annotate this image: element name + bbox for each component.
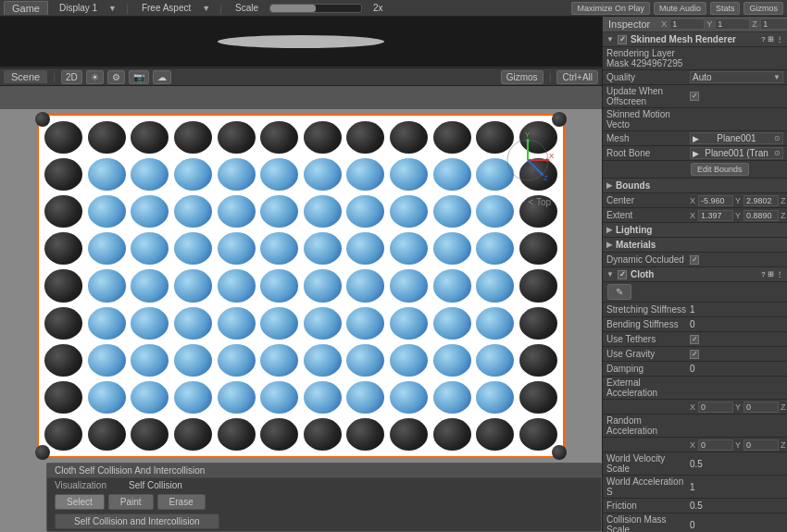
quality-select[interactable]: Auto ▼ [690, 71, 783, 83]
sphere-99 [174, 418, 212, 451]
use-tethers-check[interactable] [690, 335, 699, 344]
sphere-34 [476, 195, 514, 228]
sphere-107 [519, 418, 557, 451]
sphere-21 [433, 158, 471, 191]
cx-label: X [690, 196, 697, 205]
sphere-42 [304, 232, 342, 265]
extent-x[interactable] [698, 210, 733, 221]
rand-y[interactable] [743, 439, 779, 451]
cloth-icon1[interactable]: ? [761, 270, 766, 278]
stats-btn[interactable]: Stats [710, 2, 741, 15]
sphere-45 [433, 232, 471, 265]
sphere-75 [174, 344, 212, 377]
sphere-84 [44, 381, 82, 414]
skinned-icons: ? ⊞ ⋮ [761, 35, 783, 43]
mesh-row: Mesh ▶ Plane001 ⊙ [603, 131, 787, 146]
sphere-97 [88, 418, 126, 451]
sphere-104 [390, 418, 428, 451]
sphere-9 [433, 121, 471, 154]
scene-tool-light[interactable]: ☀ [86, 70, 104, 84]
scale-sep: | [219, 3, 222, 14]
root-bone-select[interactable]: ▶ Plane001 (Tran ⊙ [690, 147, 783, 159]
corner-handle-bl [35, 445, 50, 460]
ext-x[interactable] [698, 402, 733, 413]
ext-xyz: X Y Z [690, 402, 787, 413]
update-offscreen-check[interactable] [690, 92, 699, 101]
scene-content[interactable]: for(let i=0;i<108;i++){ const isDark = (… [0, 86, 602, 532]
transform-y[interactable] [715, 19, 750, 30]
lighting-header[interactable]: ▶ Lighting [603, 223, 787, 238]
scene-all-btn[interactable]: Ctrl+All [556, 70, 598, 84]
game-tab[interactable]: Game [4, 1, 48, 15]
rand-x[interactable] [698, 439, 733, 451]
root-bone-label: Root Bone [606, 148, 690, 158]
x-label: X [661, 19, 668, 29]
sphere-88 [218, 381, 256, 414]
bounds-header[interactable]: ▶ Bounds [603, 179, 787, 193]
center-y[interactable] [743, 195, 779, 206]
maximize-btn[interactable]: Maximize On Play [571, 2, 650, 15]
cloth-checkbox[interactable] [618, 270, 627, 279]
extent-label: Extent [606, 210, 690, 220]
gizmos-btn[interactable]: Gizmos [743, 2, 783, 15]
skinned-icon2[interactable]: ⊞ [768, 35, 774, 43]
skinned-icon3[interactable]: ⋮ [776, 35, 783, 43]
quality-arrow: ▼ [773, 73, 781, 81]
extent-y[interactable] [743, 210, 779, 221]
scene-gizmos-btn[interactable]: Gizmos [501, 70, 543, 84]
sphere-105 [433, 418, 471, 451]
scene-tab[interactable]: Scene [4, 70, 47, 83]
self-collision-btn[interactable]: Self Collision and Intercollision [55, 513, 219, 529]
scene-tool-sky[interactable]: ☁ [153, 70, 171, 84]
ey-label: Y [735, 211, 743, 220]
cloth-icon3[interactable]: ⋮ [776, 270, 783, 278]
paint-btn[interactable]: Paint [108, 494, 154, 510]
scene-tool-2d[interactable]: 2D [61, 70, 82, 84]
materials-label: Materials [616, 240, 656, 250]
materials-header[interactable]: ▶ Materials [603, 238, 787, 253]
skinned-icon1[interactable]: ? [761, 35, 766, 43]
cloth-icon2[interactable]: ⊞ [768, 270, 774, 278]
rand-y-label: Y [735, 440, 743, 450]
erase-btn[interactable]: Erase [157, 494, 206, 510]
select-btn[interactable]: Select [55, 494, 105, 510]
sphere-91 [346, 381, 384, 414]
aspect-label[interactable]: Free Aspect [138, 3, 194, 13]
stretching-value: 1 [690, 304, 783, 315]
sphere-83 [519, 344, 557, 377]
scene-tool-fx[interactable]: ⚙ [107, 70, 125, 84]
ext-y[interactable] [743, 402, 779, 413]
rand-accel-label: Random Acceleration [606, 415, 690, 436]
sphere-92 [390, 381, 428, 414]
scene-top-bg [0, 86, 602, 109]
game-object-shape [218, 35, 384, 48]
sphere-87 [174, 381, 212, 414]
transform-z[interactable] [760, 19, 787, 30]
center-x[interactable] [698, 195, 733, 206]
sphere-81 [433, 344, 471, 377]
bending-label: Bending Stiffness [606, 319, 690, 329]
transform-x[interactable] [669, 19, 705, 30]
skinned-checkbox[interactable] [618, 35, 627, 44]
sphere-60 [44, 307, 82, 340]
edit-bounds-btn[interactable]: Edit Bounds [691, 163, 749, 176]
dynamic-occluded-check[interactable] [690, 255, 699, 265]
sphere-12 [44, 158, 82, 191]
mute-btn[interactable]: Mute Audio [654, 2, 706, 15]
sphere-93 [433, 381, 471, 414]
cloth-header[interactable]: ▼ Cloth ? ⊞ ⋮ [603, 267, 787, 282]
friction-label: Friction [606, 501, 690, 511]
cloth-edit-row: ✎ [603, 282, 787, 303]
game-view [0, 17, 602, 68]
use-gravity-check[interactable] [690, 350, 699, 359]
cloth-edit-btn[interactable]: ✎ [607, 284, 631, 300]
sphere-47 [519, 232, 557, 265]
skinned-mesh-header[interactable]: ▼ Skinned Mesh Renderer ? ⊞ ⋮ [603, 32, 787, 47]
scale-bar[interactable] [269, 4, 362, 13]
sphere-95 [519, 381, 557, 414]
scene-tool-camera[interactable]: 📷 [129, 70, 149, 84]
display-sep: | [126, 3, 129, 14]
scene-toolbar: Scene | 2D ☀ ⚙ 📷 ☁ Gizmos | Ctrl+All [0, 68, 602, 86]
mesh-select[interactable]: ▶ Plane001 ⊙ [690, 132, 783, 144]
scale-value: 2x [369, 3, 387, 13]
